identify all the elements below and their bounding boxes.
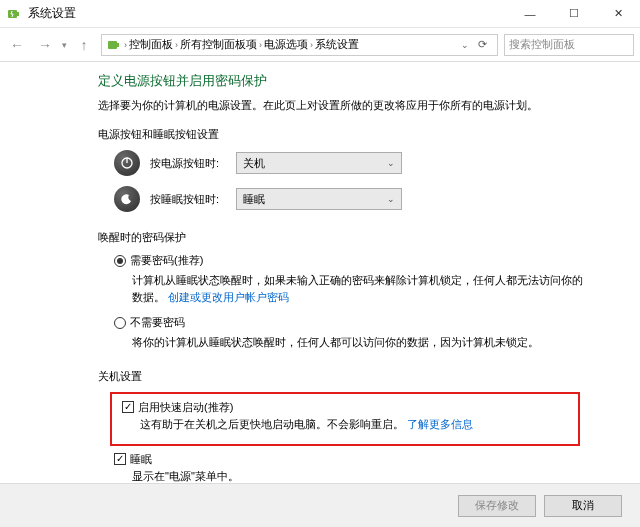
select-value: 睡眠	[243, 192, 265, 207]
wake-section-label: 唤醒时的密码保护	[98, 230, 640, 245]
sleep-button-label: 按睡眠按钮时:	[150, 192, 236, 207]
fast-startup-desc: 这有助于在关机之后更快地启动电脑。不会影响重启。 了解更多信息	[140, 417, 572, 432]
power-button-row: 按电源按钮时: 关机 ⌄	[98, 150, 640, 176]
window-controls: — ☐ ✕	[508, 0, 640, 28]
forward-button[interactable]: →	[34, 34, 56, 56]
history-dropdown[interactable]: ▾	[62, 40, 67, 50]
create-password-link[interactable]: 创建或更改用户帐户密码	[168, 291, 289, 303]
crumb-item[interactable]: 电源选项	[264, 37, 308, 52]
shutdown-section-label: 关机设置	[98, 369, 640, 384]
breadcrumb[interactable]: › 控制面板 › 所有控制面板项 › 电源选项 › 系统设置 ⌄ ⟳	[101, 34, 498, 56]
sleep-button-row: 按睡眠按钮时: 睡眠 ⌄	[98, 186, 640, 212]
require-password-radio[interactable]	[114, 255, 126, 267]
power-button-label: 按电源按钮时:	[150, 156, 236, 171]
close-button[interactable]: ✕	[596, 0, 640, 28]
no-password-desc: 将你的计算机从睡眠状态唤醒时，任何人都可以访问你的数据，因为计算机未锁定。	[132, 334, 590, 351]
sleep-desc: 显示在"电源"菜单中。	[132, 469, 640, 484]
page-heading: 定义电源按钮并启用密码保护	[98, 72, 640, 90]
footer: 保存修改 取消	[0, 483, 640, 527]
svg-rect-3	[117, 43, 119, 47]
search-input[interactable]: 搜索控制面板	[504, 34, 634, 56]
save-button[interactable]: 保存修改	[458, 495, 536, 517]
power-options-icon	[106, 37, 122, 53]
fast-startup-checkbox[interactable]	[122, 401, 134, 413]
require-password-option: 需要密码(推荐) 计算机从睡眠状态唤醒时，如果未输入正确的密码来解除计算机锁定，…	[98, 253, 640, 305]
chevron-down-icon: ⌄	[387, 158, 395, 168]
require-password-desc: 计算机从睡眠状态唤醒时，如果未输入正确的密码来解除计算机锁定，任何人都无法访问你…	[132, 272, 590, 305]
refresh-button[interactable]: ⟳	[471, 38, 493, 51]
learn-more-link[interactable]: 了解更多信息	[407, 418, 473, 430]
no-password-radio[interactable]	[114, 317, 126, 329]
svg-rect-1	[17, 12, 19, 16]
chevron-down-icon: ⌄	[387, 194, 395, 204]
power-icon	[114, 150, 140, 176]
up-button[interactable]: ↑	[73, 34, 95, 56]
search-placeholder: 搜索控制面板	[509, 37, 575, 52]
crumb-item[interactable]: 控制面板	[129, 37, 173, 52]
minimize-button[interactable]: —	[508, 0, 552, 28]
fast-startup-option: 启用快速启动(推荐) 这有助于在关机之后更快地启动电脑。不会影响重启。 了解更多…	[118, 400, 572, 432]
cancel-button[interactable]: 取消	[544, 495, 622, 517]
select-value: 关机	[243, 156, 265, 171]
power-options-icon	[6, 6, 22, 22]
radio-label: 不需要密码	[130, 315, 185, 330]
window-title: 系统设置	[28, 5, 508, 22]
checkbox-label: 启用快速启动(推荐)	[138, 400, 233, 415]
svg-rect-2	[108, 41, 117, 49]
back-button[interactable]: ←	[6, 34, 28, 56]
sleep-checkbox[interactable]	[114, 453, 126, 465]
sleep-option: 睡眠 显示在"电源"菜单中。	[98, 452, 640, 484]
sleep-icon	[114, 186, 140, 212]
crumb-item[interactable]: 系统设置	[315, 37, 359, 52]
no-password-option: 不需要密码 将你的计算机从睡眠状态唤醒时，任何人都可以访问你的数据，因为计算机未…	[98, 315, 640, 351]
power-button-select[interactable]: 关机 ⌄	[236, 152, 402, 174]
radio-label: 需要密码(推荐)	[130, 253, 203, 268]
content: 定义电源按钮并启用密码保护 选择要为你的计算机的电源设置。在此页上对设置所做的更…	[0, 62, 640, 527]
titlebar: 系统设置 — ☐ ✕	[0, 0, 640, 28]
chevron-down-icon[interactable]: ⌄	[461, 40, 469, 50]
crumb-item[interactable]: 所有控制面板项	[180, 37, 257, 52]
checkbox-label: 睡眠	[130, 452, 152, 467]
fast-startup-highlight: 启用快速启动(推荐) 这有助于在关机之后更快地启动电脑。不会影响重启。 了解更多…	[110, 392, 580, 446]
maximize-button[interactable]: ☐	[552, 0, 596, 28]
page-subtext: 选择要为你的计算机的电源设置。在此页上对设置所做的更改将应用于你所有的电源计划。	[98, 98, 640, 113]
sleep-button-select[interactable]: 睡眠 ⌄	[236, 188, 402, 210]
navbar: ← → ▾ ↑ › 控制面板 › 所有控制面板项 › 电源选项 › 系统设置 ⌄…	[0, 28, 640, 62]
power-buttons-section-label: 电源按钮和睡眠按钮设置	[98, 127, 640, 142]
